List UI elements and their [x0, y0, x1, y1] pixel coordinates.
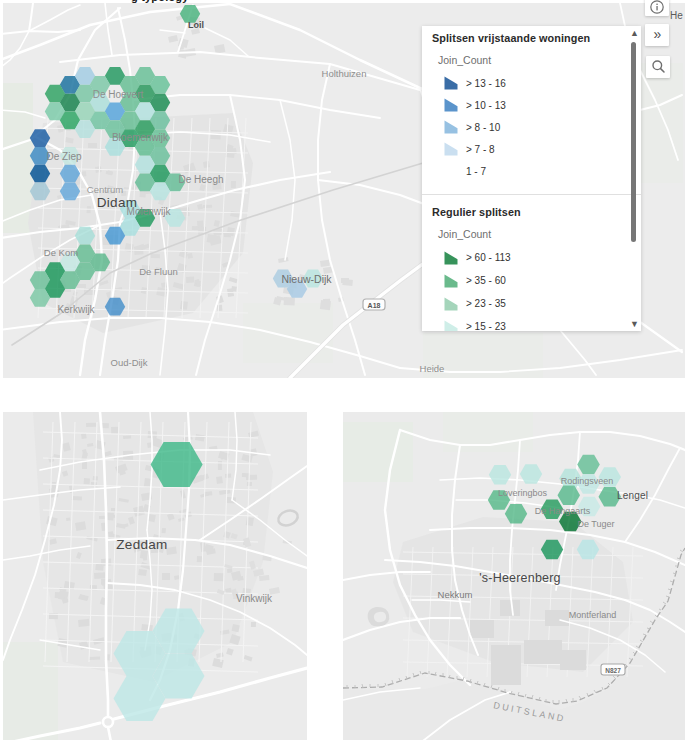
svg-text:Nekkum: Nekkum [438, 589, 473, 600]
svg-text:De Fluun: De Fluun [139, 266, 178, 277]
svg-text:Loveringbos: Loveringbos [498, 488, 548, 498]
svg-text:Oud-Dijk: Oud-Dijk [111, 357, 148, 368]
svg-text:Heide: Heide [420, 363, 445, 374]
svg-text:Loil: Loil [188, 20, 204, 30]
svg-text:De Tuger: De Tuger [577, 519, 614, 529]
svg-text:Holthuizen: Holthuizen [322, 68, 367, 79]
svg-text:De Ziep: De Ziep [46, 151, 81, 162]
svg-text:De Kom: De Kom [44, 247, 78, 258]
svg-text:Molenwijk: Molenwijk [127, 206, 172, 217]
svg-text:De Hoevert: De Hoevert [93, 89, 144, 100]
svg-text:De Heegh: De Heegh [178, 174, 223, 185]
svg-text:N827: N827 [605, 667, 621, 674]
svg-text:Rodingsveen: Rodingsveen [561, 476, 614, 486]
svg-text:Vinkwijk: Vinkwijk [236, 593, 273, 604]
svg-text:De Hangaarts: De Hangaarts [535, 506, 591, 516]
svg-text:Lengel: Lengel [617, 490, 648, 501]
svg-text:Nieuw-Dijk: Nieuw-Dijk [281, 273, 332, 285]
svg-text:'s-Heerenberg: 's-Heerenberg [479, 571, 560, 585]
svg-text:Zeddam: Zeddam [116, 537, 167, 552]
svg-text:Montferland: Montferland [569, 610, 617, 620]
svg-text:A18: A18 [368, 302, 381, 309]
svg-text:Kerkwijk: Kerkwijk [57, 304, 95, 315]
svg-text:Centrum: Centrum [87, 184, 124, 195]
svg-text:Bloemenwijk: Bloemenwijk [112, 132, 169, 143]
